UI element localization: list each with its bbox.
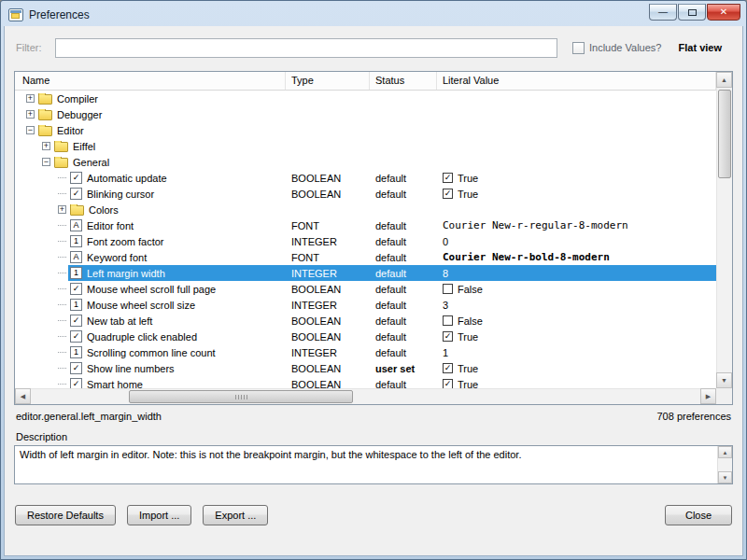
tree-branch-line [58, 241, 66, 242]
include-values-checkbox[interactable] [572, 42, 585, 54]
column-header-name[interactable]: Name [15, 72, 286, 90]
checked-checkbox[interactable]: ✓ [443, 363, 453, 373]
folder-icon [54, 142, 68, 152]
horizontal-scrollbar[interactable]: ◀ ▶ [15, 388, 716, 404]
pref-value-cell: 1 [437, 347, 716, 358]
scroll-down-button[interactable]: ▼ [716, 372, 732, 388]
vertical-scrollbar[interactable]: ▲ ▼ [716, 72, 732, 388]
pref-name: Scrolling common line count [87, 347, 216, 358]
pref-status: default [370, 300, 437, 311]
tree-indent [15, 225, 58, 226]
tree-row[interactable]: ✓Mouse wheel scroll full pageBOOLEANdefa… [15, 281, 716, 297]
description-scroll-down-button[interactable]: ▼ [718, 471, 732, 483]
close-button[interactable]: ✕ [707, 4, 740, 21]
column-header-type[interactable]: Type [286, 72, 370, 90]
collapse-minus-icon[interactable]: − [42, 158, 50, 166]
tree-indent [15, 177, 58, 178]
tree-branch-line [58, 225, 66, 226]
pref-name-cell: AKeyword font [15, 251, 286, 263]
tree-row[interactable]: +Eiffel [15, 138, 716, 154]
pref-name-cell: ✓Show line numbers [15, 362, 286, 374]
font-pref-icon: A [70, 251, 82, 263]
unchecked-checkbox[interactable] [443, 315, 453, 326]
include-values-control[interactable]: Include Values? [572, 42, 661, 54]
pref-name: Blinking cursor [87, 189, 154, 200]
column-header-literal-value[interactable]: Literal Value [437, 72, 716, 90]
font-pref-icon: A [70, 219, 82, 231]
button-row: Restore Defaults Import ... Export ... C… [14, 505, 733, 525]
int-pref-icon: 1 [70, 267, 82, 279]
tree-row[interactable]: −General [15, 154, 716, 170]
scroll-up-button[interactable]: ▲ [716, 72, 732, 88]
pref-name-cell: ✓Mouse wheel scroll full page [15, 283, 286, 295]
restore-defaults-button[interactable]: Restore Defaults [15, 505, 116, 525]
pref-value: True [458, 363, 478, 374]
vertical-scroll-thumb[interactable] [718, 90, 731, 178]
expand-plus-icon[interactable]: + [26, 94, 35, 103]
description-scroll-up-button[interactable]: ▲ [718, 446, 732, 458]
tree-indent [15, 273, 58, 273]
expand-plus-icon[interactable]: + [26, 110, 35, 119]
minimize-icon: — [658, 7, 668, 17]
tree-row[interactable]: ✓Automatic updateBOOLEANdefault✓True [15, 170, 716, 186]
filter-input[interactable] [55, 38, 557, 58]
pref-value-cell: 0 [437, 236, 716, 247]
tree-row[interactable]: ✓Quadruple click enabledBOOLEANdefault✓T… [15, 329, 716, 344]
tree-row[interactable]: 1Font zoom factorINTEGERdefault0 [15, 233, 716, 249]
expand-plus-icon[interactable]: + [58, 205, 66, 214]
pref-status: default [370, 220, 437, 231]
pref-value: Courier New-r-bold-8-modern [443, 251, 610, 263]
collapse-minus-icon[interactable]: − [26, 126, 35, 134]
title-bar[interactable]: Preferences — ✕ [4, 4, 743, 26]
pref-name-cell: ✓Blinking cursor [15, 188, 286, 200]
pref-name: Keyword font [87, 252, 147, 263]
tree-indent [15, 257, 58, 258]
tree-row[interactable]: ✓New tab at leftBOOLEANdefaultFalse [15, 313, 716, 329]
tree-row[interactable]: 1Left margin widthINTEGERdefault8 [15, 265, 716, 281]
pref-name-cell: ✓Quadruple click enabled [15, 330, 286, 343]
unchecked-checkbox[interactable] [443, 284, 453, 294]
tree-row[interactable]: ✓Blinking cursorBOOLEANdefault✓True [15, 186, 716, 202]
tree-branch-line [58, 193, 66, 194]
maximize-button[interactable] [678, 4, 706, 21]
pref-value-cell: False [437, 284, 716, 295]
preferences-tree-panel: Name Type Status Literal Value +Compiler… [14, 71, 733, 405]
checked-checkbox[interactable]: ✓ [443, 173, 453, 183]
tree-row[interactable]: ✓Smart homeBOOLEANdefault✓True [15, 376, 716, 388]
pref-name-cell: +Eiffel [15, 141, 286, 152]
tree-row[interactable]: +Colors [15, 202, 716, 217]
tree-row[interactable]: +Compiler [15, 91, 716, 106]
tree-row[interactable]: −Editor [15, 122, 716, 138]
pref-type: BOOLEAN [286, 363, 370, 374]
pref-name: Compiler [57, 93, 98, 105]
tree-row[interactable]: 1Mouse wheel scroll sizeINTEGERdefault3 [15, 297, 716, 313]
tree-row[interactable]: AEditor fontFONTdefaultCourier New-r-reg… [15, 217, 716, 233]
column-header-status[interactable]: Status [370, 72, 437, 90]
tree-row[interactable]: ✓Show line numbersBOOLEANuser set✓True [15, 360, 716, 376]
export-button[interactable]: Export ... [203, 505, 268, 525]
close-dialog-button[interactable]: Close [665, 505, 732, 525]
horizontal-scroll-thumb[interactable] [129, 390, 353, 403]
pref-name: Mouse wheel scroll size [87, 300, 195, 311]
tree-row[interactable]: 1Scrolling common line countINTEGERdefau… [15, 344, 716, 360]
import-button[interactable]: Import ... [127, 505, 191, 525]
checked-checkbox[interactable]: ✓ [443, 331, 453, 342]
scroll-right-button[interactable]: ▶ [700, 388, 716, 404]
pref-status: default [370, 189, 437, 200]
scroll-left-button[interactable]: ◀ [15, 388, 31, 404]
pref-type: BOOLEAN [286, 284, 370, 295]
description-scrollbar[interactable]: ▲ ▼ [717, 446, 732, 483]
dialog-client-area: Filter: Include Values? Flat view Name T… [4, 26, 743, 556]
pref-status: default [370, 315, 437, 327]
expand-plus-icon[interactable]: + [42, 142, 50, 150]
pref-name-cell: −Editor [15, 125, 286, 136]
tree-indent [15, 288, 58, 289]
minimize-button[interactable]: — [649, 4, 677, 21]
flat-view-button[interactable]: Flat view [673, 40, 727, 55]
pref-value-cell: Courier New-r-bold-8-modern [437, 251, 716, 263]
tree-row[interactable]: AKeyword fontFONTdefaultCourier New-r-bo… [15, 249, 716, 265]
pref-type: BOOLEAN [286, 173, 370, 184]
checked-checkbox[interactable]: ✓ [443, 379, 453, 388]
checked-checkbox[interactable]: ✓ [443, 189, 453, 199]
tree-row[interactable]: +Debugger [15, 106, 716, 122]
